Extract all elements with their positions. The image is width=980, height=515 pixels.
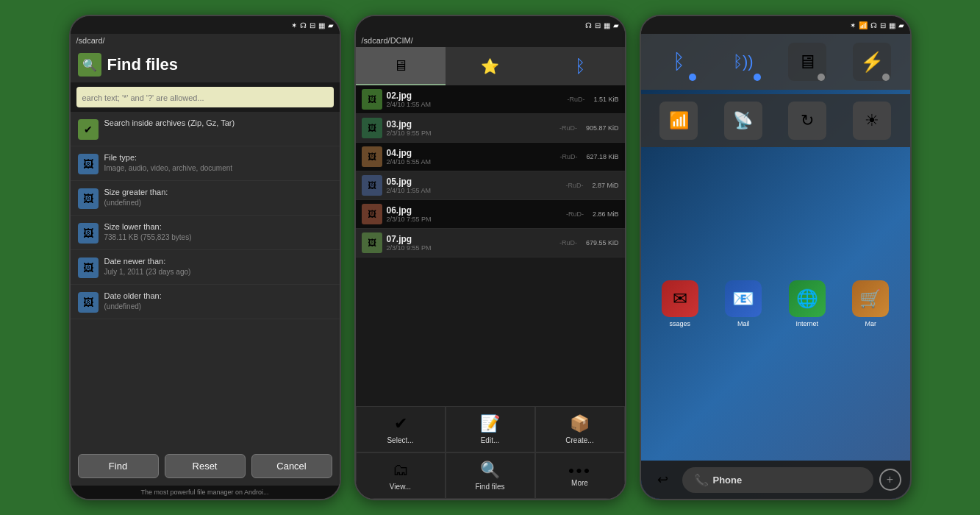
- widget-row-top: ᛒ ᛒ)) 🖥 ⚡: [641, 34, 910, 90]
- file-row-05jpg[interactable]: 🖼 05.jpg 2/4/10 1:55 AM -RuD- 2.87 MiD: [356, 171, 625, 200]
- select-label: Select...: [387, 436, 413, 444]
- widget-bt-broadcast[interactable]: ᛒ)): [724, 43, 762, 81]
- tab-bluetooth[interactable]: ᛒ: [535, 47, 625, 85]
- option-date-newer-sub: July 1, 2011 (23 days ago): [104, 267, 191, 277]
- wifi3-icon: ▦: [889, 21, 895, 29]
- app-internet[interactable]: 🌐 Internet: [789, 280, 826, 327]
- widget-row-bottom: 📶 📡 ↻ ☀: [641, 94, 910, 147]
- option-size-lower-label: Size lower than:: [104, 221, 192, 232]
- size-lower-icon: 🖼: [78, 223, 99, 244]
- file-perm-04: -RuD-: [559, 153, 577, 160]
- file-perm-07: -RuD-: [559, 239, 577, 246]
- path-breadcrumb: /sdcard/: [71, 34, 340, 47]
- file-meta-02: 2/4/10 1:55 AM: [387, 101, 563, 108]
- view-label: View...: [390, 483, 411, 491]
- filetype-icon: 🖼: [78, 154, 99, 174]
- find-files-action-icon: 🔍: [480, 461, 500, 480]
- sync-toggle-icon: ↻: [801, 111, 814, 130]
- phone3-home-content: ᛒ ᛒ)) 🖥 ⚡: [641, 34, 910, 499]
- file-row-06jpg[interactable]: 🖼 06.jpg 2/3/10 7:55 PM -RuD- 2.86 MiB: [356, 200, 625, 229]
- phone3-home-screen: ✶ 📶 ☊ ⊟ ▦ ▰ ᛒ ᛒ)) 🖥: [640, 15, 912, 500]
- option-date-older[interactable]: 🖼 Date older than: (undefined): [71, 285, 340, 319]
- file-name-03: 03.jpg: [387, 119, 555, 129]
- create-action[interactable]: 📦 Create...: [535, 406, 625, 452]
- dock-bar: ↩ 📞 Phone +: [641, 461, 910, 499]
- notif2-icon: ⊟: [595, 21, 601, 29]
- option-size-lower-sub: 738.11 KB (755,823 bytes): [104, 232, 192, 243]
- edit-label: Edit...: [481, 436, 500, 444]
- messages-icon: ✉: [662, 280, 698, 317]
- find-files-action[interactable]: 🔍 Find files: [446, 452, 535, 499]
- footer-text: The most powerful file manager on Androi…: [71, 486, 340, 499]
- option-filetype-sub: Image, audio, video, archive, document: [104, 163, 233, 174]
- brightness-toggle[interactable]: ☀: [853, 102, 891, 140]
- signal2-icon: ☊: [585, 21, 592, 29]
- battery-icon: ▰: [328, 21, 334, 29]
- file-name-06: 06.jpg: [387, 205, 562, 216]
- option-size-greater[interactable]: 🖼 Size greater than: (undefined): [71, 181, 340, 216]
- add-button[interactable]: +: [879, 469, 901, 491]
- edit-action[interactable]: 📝 Edit...: [446, 406, 535, 452]
- file-thumb-07: 🖼: [362, 232, 382, 253]
- sync-toggle[interactable]: ↻: [788, 102, 826, 140]
- add-icon: +: [887, 473, 893, 486]
- widget-computer[interactable]: 🖥: [788, 43, 826, 81]
- market-label: Mar: [865, 320, 877, 327]
- lightning-dot: [882, 74, 890, 81]
- option-size-greater-sub: (undefined): [104, 198, 168, 208]
- phone3-status-bar: ✶ 📶 ☊ ⊟ ▦ ▰: [641, 16, 910, 34]
- select-icon: ✔: [394, 414, 407, 433]
- option-filetype[interactable]: 🖼 File type: Image, audio, video, archiv…: [71, 146, 340, 181]
- mail-label: Mail: [737, 320, 750, 327]
- file-actions: ✔ Select... 📝 Edit... 📦 Create... 🗂 View…: [356, 406, 625, 499]
- file-name-07: 07.jpg: [387, 234, 555, 244]
- wifi-toggle[interactable]: 📶: [659, 102, 698, 140]
- widget-lightning[interactable]: ⚡: [853, 43, 891, 81]
- data-toggle-icon: 📡: [733, 111, 753, 130]
- option-archives[interactable]: ✔ Search inside archives (Zip, Gz, Tar): [71, 112, 340, 146]
- phone-label: Phone: [713, 475, 743, 486]
- option-filetype-label: File type:: [104, 152, 233, 163]
- phone-button[interactable]: 📞 Phone: [682, 467, 873, 493]
- file-name-05: 05.jpg: [387, 177, 562, 187]
- file-perm-06: -RuD-: [566, 210, 584, 218]
- file-row-07jpg[interactable]: 🖼 07.jpg 2/3/10 9:55 PM -RuD- 679.55 KiD: [356, 229, 625, 258]
- select-action[interactable]: ✔ Select...: [356, 406, 446, 452]
- app-market[interactable]: 🛒 Mar: [852, 280, 889, 327]
- search-bar[interactable]: [76, 87, 334, 107]
- create-icon: 📦: [570, 414, 590, 433]
- battery2-icon: ▰: [613, 21, 619, 29]
- file-perm-05: -RuD-: [565, 182, 583, 189]
- computer-icon: 🖥: [788, 43, 826, 81]
- option-date-newer[interactable]: 🖼 Date newer than: July 1, 2011 (23 days…: [71, 250, 340, 285]
- file-size-06: 2.86 MiB: [593, 210, 619, 218]
- bluetooth-on-icon: ᛒ: [659, 43, 698, 81]
- internet-label: Internet: [795, 320, 818, 327]
- tab-desktop[interactable]: 🖥: [356, 47, 446, 85]
- find-button[interactable]: Find: [78, 454, 159, 478]
- file-row-04jpg[interactable]: 🖼 04.jpg 2/4/10 5:55 AM -RuD- 627.18 KiB: [356, 143, 625, 171]
- battery3-icon: ▰: [898, 21, 904, 29]
- more-action[interactable]: ●●● More: [535, 452, 625, 499]
- phone1-status-bar: ✶ ☊ ⊟ ▦ ▰: [71, 16, 340, 34]
- archive-check-icon: ✔: [78, 119, 99, 140]
- file-row-03jpg[interactable]: 🖼 03.jpg 2/3/10 9:55 PM -RuD- 905.87 KiD: [356, 114, 625, 143]
- file-size-02: 1.51 KiB: [593, 96, 618, 103]
- phone1-find-files: ✶ ☊ ⊟ ▦ ▰ /sdcard/ 🔍 Find files ✔ Search…: [69, 15, 341, 500]
- option-size-lower[interactable]: 🖼 Size lower than: 738.11 KB (755,823 by…: [71, 216, 340, 250]
- cancel-button[interactable]: Cancel: [251, 454, 332, 478]
- widget-bt-on[interactable]: ᛒ: [659, 43, 698, 81]
- app-messages[interactable]: ✉ ssages: [662, 280, 698, 327]
- create-label: Create...: [565, 436, 593, 444]
- data-toggle[interactable]: 📡: [724, 102, 762, 140]
- phone2-file-browser: ☊ ⊟ ▦ ▰ /sdcard/DCIM/ 🖥 ⭐ ᛒ 🖼 02.jpg 2/4…: [354, 15, 626, 500]
- search-input[interactable]: [82, 93, 328, 102]
- option-date-older-label: Date older than:: [104, 291, 162, 302]
- file-row-02jpg[interactable]: 🖼 02.jpg 2/4/10 1:55 AM -RuD- 1.51 KiB: [356, 85, 625, 114]
- back-button[interactable]: ↩: [650, 466, 676, 493]
- brightness-icon: ☀: [865, 111, 879, 130]
- view-action[interactable]: 🗂 View...: [356, 452, 446, 499]
- tab-favorites[interactable]: ⭐: [446, 47, 535, 85]
- reset-button[interactable]: Reset: [165, 454, 246, 478]
- app-mail[interactable]: 📧 Mail: [725, 280, 762, 327]
